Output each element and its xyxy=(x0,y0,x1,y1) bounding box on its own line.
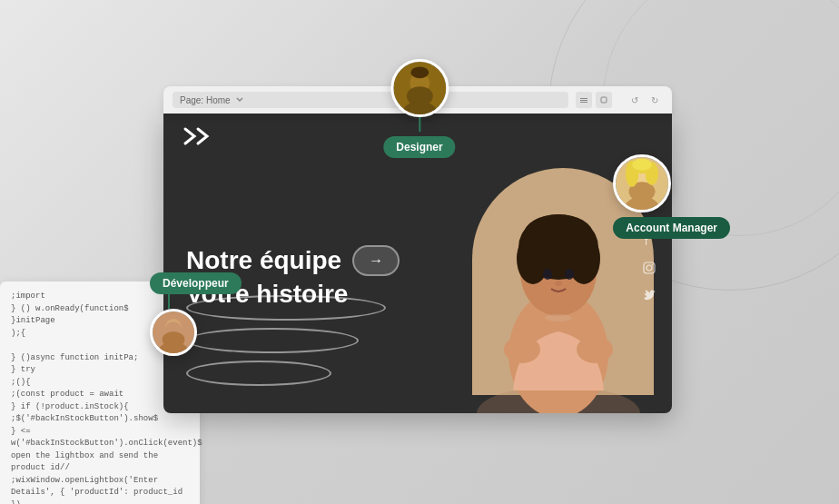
nav-back-button[interactable]: ↺ xyxy=(627,92,643,108)
avatar-developer-container: Développeur xyxy=(150,268,242,356)
code-line: open the lightbox and send the product i… xyxy=(11,450,189,475)
code-line: ;(){ xyxy=(11,377,189,390)
svg-rect-25 xyxy=(644,262,655,273)
svg-point-42 xyxy=(632,159,652,171)
connector-line xyxy=(168,294,170,309)
code-line: } <= w('#backInStockButton').onClick(eve… xyxy=(11,426,189,450)
browser-url-bar[interactable]: Page: Home xyxy=(173,92,568,108)
nav-forward-button[interactable]: ↻ xyxy=(647,92,663,108)
instagram-icon[interactable] xyxy=(640,259,658,277)
browser-btn-2[interactable] xyxy=(596,92,612,108)
account-face-svg xyxy=(616,154,668,212)
designer-face-svg xyxy=(393,59,446,117)
svg-point-33 xyxy=(410,66,429,78)
designer-label: Designer xyxy=(383,136,455,158)
svg-point-27 xyxy=(652,264,654,266)
browser-buttons xyxy=(576,92,612,108)
browser-nav: ↺ ↻ xyxy=(627,92,663,108)
twitter-svg xyxy=(643,289,656,301)
account-manager-avatar xyxy=(613,154,671,212)
browser-btn2-icon xyxy=(599,95,608,104)
twitter-icon[interactable] xyxy=(640,286,658,304)
code-line: } try xyxy=(11,364,189,377)
url-text: Page: Home xyxy=(180,95,231,105)
arrow-button[interactable]: → xyxy=(352,245,400,276)
svg-point-26 xyxy=(647,265,652,271)
svg-rect-9 xyxy=(601,97,607,103)
website-logo xyxy=(182,122,211,151)
developer-avatar xyxy=(150,309,197,356)
logo-svg xyxy=(182,125,211,147)
website-card: Notre équipe → Votre histoire f xyxy=(163,114,672,413)
code-line: ;(const product = await xyxy=(11,389,189,401)
developer-face-svg xyxy=(153,309,194,356)
instagram-svg xyxy=(643,262,656,274)
browser-btn-1[interactable] xyxy=(576,92,592,108)
avatar-account-container: Account Manager xyxy=(613,154,730,239)
avatar-designer-container: Designer xyxy=(383,59,455,158)
svg-rect-7 xyxy=(580,100,587,101)
code-line: ;wixWindow.openLightbox('Enter Details',… xyxy=(11,475,189,505)
connector-line-designer xyxy=(419,117,420,132)
hero-title-line1: Notre équipe → xyxy=(186,245,672,276)
browser-btn-icon xyxy=(579,95,588,104)
code-line: ;$('#backInStockButton').show$ xyxy=(11,413,189,426)
designer-avatar xyxy=(390,59,449,117)
svg-rect-8 xyxy=(580,102,587,103)
url-chevron-icon xyxy=(234,94,245,105)
ellipse-3 xyxy=(186,361,331,386)
code-line: } if (!product.inStock){ xyxy=(11,401,189,414)
account-manager-label: Account Manager xyxy=(613,217,730,239)
developer-label: Développeur xyxy=(150,272,242,294)
social-sidebar: f xyxy=(640,232,658,304)
svg-rect-6 xyxy=(580,98,587,99)
